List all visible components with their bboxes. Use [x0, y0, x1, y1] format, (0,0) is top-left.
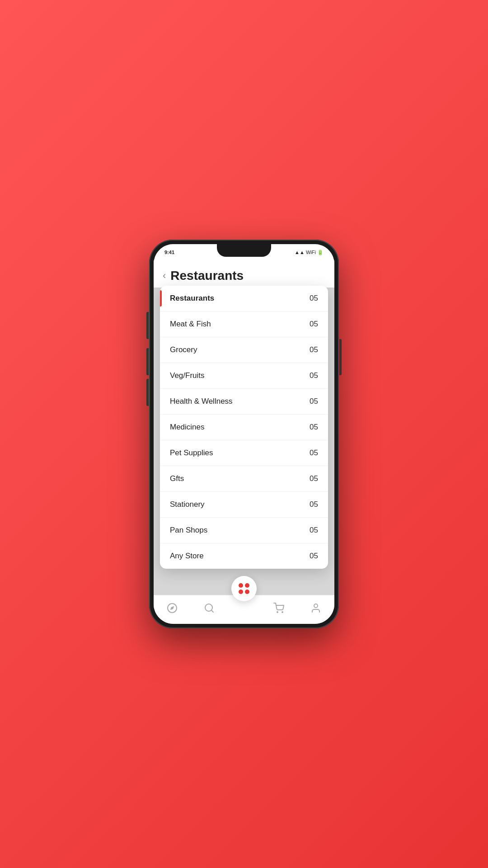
- menu-item-label: Pet Supplies: [170, 448, 213, 458]
- menu-item-restaurants[interactable]: Restaurants05: [160, 286, 328, 311]
- svg-line-3: [211, 610, 213, 612]
- phone-frame: 9:41 ▲▲ WiFi 🔋 ‹ Restaurants Porta Viver…: [149, 240, 339, 628]
- menu-item-count: 05: [310, 397, 318, 406]
- svg-point-5: [282, 612, 283, 613]
- menu-item-count: 05: [310, 423, 318, 432]
- menu-item-meat---fish[interactable]: Meat & Fish05: [160, 311, 328, 337]
- svg-point-4: [277, 612, 278, 613]
- svg-marker-1: [170, 606, 174, 609]
- menu-item-label: Medicines: [170, 423, 205, 432]
- menu-item-medicines[interactable]: Medicines05: [160, 415, 328, 440]
- compass-icon: [166, 602, 178, 614]
- menu-item-count: 05: [310, 474, 318, 483]
- menu-item-pet-supplies[interactable]: Pet Supplies05: [160, 440, 328, 466]
- page-header: ‹ Restaurants: [154, 260, 334, 288]
- menu-item-count: 05: [310, 345, 318, 354]
- menu-item-label: Restaurants: [170, 294, 214, 303]
- phone-screen: 9:41 ▲▲ WiFi 🔋 ‹ Restaurants Porta Viver…: [154, 244, 334, 624]
- menu-item-label: Gfts: [170, 474, 184, 483]
- menu-item-label: Any Store: [170, 552, 204, 561]
- menu-item-label: Grocery: [170, 345, 197, 354]
- menu-item-label: Stationery: [170, 500, 205, 509]
- menu-item-count: 05: [310, 448, 318, 458]
- page-title: Restaurants: [170, 269, 244, 283]
- nav-profile[interactable]: [301, 600, 331, 616]
- nav-cart[interactable]: [264, 600, 294, 616]
- menu-item-health---wellness[interactable]: Health & Wellness05: [160, 389, 328, 415]
- app-screen: ‹ Restaurants Porta Viverra ★ 4.3 | Ital…: [154, 260, 334, 624]
- menu-item-label: Meat & Fish: [170, 320, 211, 329]
- menu-item-count: 05: [310, 500, 318, 509]
- menu-item-count: 05: [310, 294, 318, 303]
- nav-explore[interactable]: [157, 600, 187, 616]
- back-button[interactable]: ‹: [163, 270, 166, 282]
- fab-button[interactable]: [231, 576, 257, 601]
- menu-item-label: Veg/Fruits: [170, 371, 205, 380]
- menu-item-gfts[interactable]: Gfts05: [160, 466, 328, 492]
- menu-item-count: 05: [310, 320, 318, 329]
- menu-item-veg-fruits[interactable]: Veg/Fruits05: [160, 363, 328, 389]
- menu-item-count: 05: [310, 526, 318, 535]
- menu-item-count: 05: [310, 371, 318, 380]
- notch: [217, 244, 271, 257]
- menu-item-label: Health & Wellness: [170, 397, 233, 406]
- time: 9:41: [164, 250, 174, 255]
- menu-item-any-store[interactable]: Any Store05: [160, 543, 328, 569]
- nav-search[interactable]: [194, 600, 224, 616]
- menu-item-stationery[interactable]: Stationery05: [160, 492, 328, 518]
- cart-icon: [273, 602, 285, 614]
- menu-item-grocery[interactable]: Grocery05: [160, 337, 328, 363]
- menu-item-pan-shops[interactable]: Pan Shops05: [160, 518, 328, 543]
- signal-icons: ▲▲ WiFi 🔋: [295, 250, 324, 255]
- search-icon: [203, 602, 215, 614]
- category-dropdown-menu: Restaurants05Meat & Fish05Grocery05Veg/F…: [160, 286, 328, 569]
- menu-item-label: Pan Shops: [170, 526, 207, 535]
- profile-icon: [310, 602, 322, 614]
- fab-dots-icon: [239, 583, 249, 594]
- menu-item-count: 05: [310, 552, 318, 561]
- svg-point-6: [314, 604, 318, 608]
